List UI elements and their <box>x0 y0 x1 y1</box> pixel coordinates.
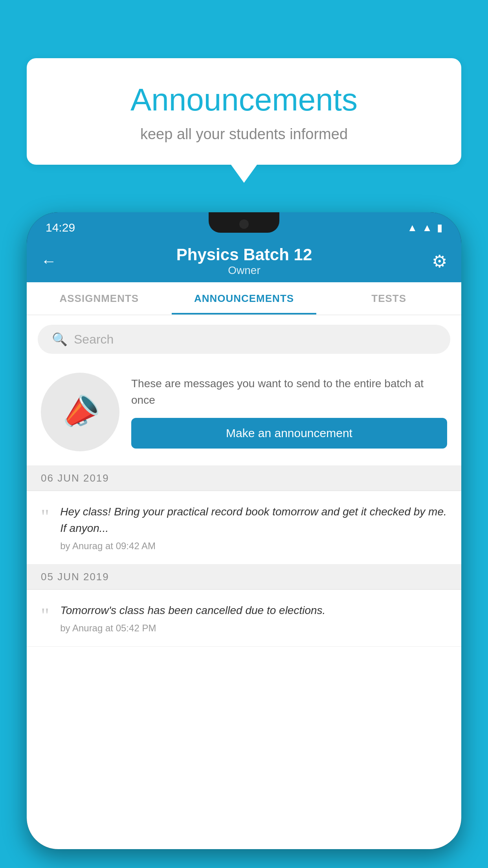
status-time: 14:29 <box>46 221 75 234</box>
announcement-text-2: Tomorrow's class has been cancelled due … <box>60 602 447 619</box>
speech-bubble-container: Announcements keep all your students inf… <box>27 58 461 165</box>
date-section-2: 05 JUN 2019 <box>27 565 461 590</box>
announcement-content-1: Hey class! Bring your practical record b… <box>60 504 447 552</box>
battery-icon: ▮ <box>437 222 442 234</box>
bubble-subtitle: keep all your students informed <box>58 126 430 143</box>
announcement-content-2: Tomorrow's class has been cancelled due … <box>60 602 447 634</box>
header-title: Physics Batch 12 <box>57 245 432 264</box>
date-section-1: 06 JUN 2019 <box>27 466 461 491</box>
announcement-promo: 📣 These are messages you want to send to… <box>27 363 461 466</box>
status-icons: ▲ ▲ ▮ <box>407 222 442 234</box>
announcement-item-2: " Tomorrow's class has been cancelled du… <box>27 590 461 647</box>
announcement-meta-2: by Anurag at 05:42 PM <box>60 623 447 634</box>
app-header: ← Physics Batch 12 Owner ⚙ <box>27 240 461 282</box>
phone-notch <box>209 212 279 233</box>
header-center: Physics Batch 12 Owner <box>57 245 432 277</box>
bubble-title: Announcements <box>58 82 430 118</box>
announcement-text-1: Hey class! Bring your practical record b… <box>60 504 447 537</box>
quote-icon-1: " <box>41 507 49 527</box>
screen-content: 🔍 Search 📣 These are messages you want t… <box>27 315 461 849</box>
promo-description: These are messages you want to send to t… <box>131 375 447 408</box>
back-button[interactable]: ← <box>41 252 57 270</box>
quote-icon-2: " <box>41 605 49 626</box>
tab-assignments[interactable]: ASSIGNMENTS <box>27 282 172 314</box>
phone-container: 14:29 ▲ ▲ ▮ ← Physics Batch 12 Owner ⚙ A… <box>27 212 461 868</box>
make-announcement-button[interactable]: Make an announcement <box>131 418 447 449</box>
header-subtitle: Owner <box>57 264 432 277</box>
tab-tests[interactable]: TESTS <box>316 282 461 314</box>
tabs-container: ASSIGNMENTS ANNOUNCEMENTS TESTS <box>27 282 461 315</box>
search-bar[interactable]: 🔍 Search <box>38 325 450 354</box>
signal-icon: ▲ <box>422 222 432 234</box>
megaphone-icon: 📣 <box>55 388 105 436</box>
settings-icon[interactable]: ⚙ <box>432 251 447 271</box>
promo-right: These are messages you want to send to t… <box>131 375 447 449</box>
search-placeholder: Search <box>74 332 114 347</box>
phone-frame: 14:29 ▲ ▲ ▮ ← Physics Batch 12 Owner ⚙ A… <box>27 212 461 849</box>
announcement-meta-1: by Anurag at 09:42 AM <box>60 541 447 552</box>
wifi-icon: ▲ <box>407 222 418 234</box>
camera-dot <box>239 219 249 229</box>
tab-announcements[interactable]: ANNOUNCEMENTS <box>172 282 317 314</box>
search-icon: 🔍 <box>52 332 68 347</box>
speech-bubble: Announcements keep all your students inf… <box>27 58 461 165</box>
announcement-item-1: " Hey class! Bring your practical record… <box>27 491 461 565</box>
promo-icon-circle: 📣 <box>41 373 119 451</box>
